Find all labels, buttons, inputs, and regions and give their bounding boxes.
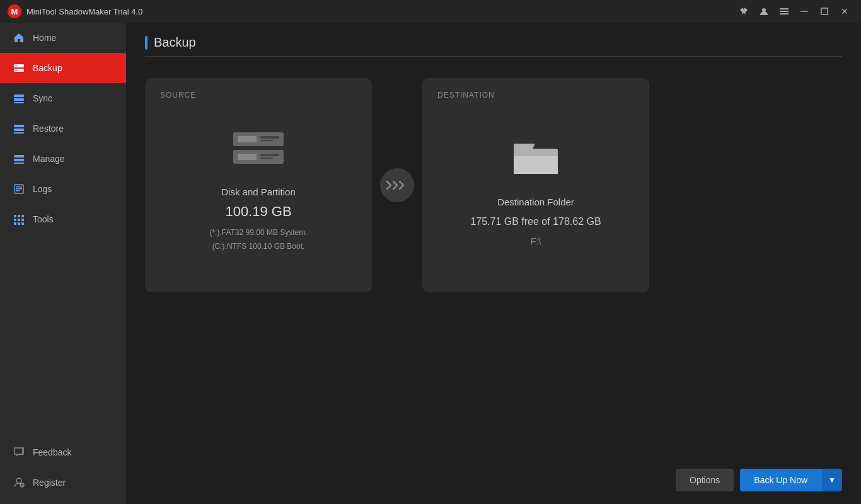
menu-button[interactable] <box>775 3 793 20</box>
source-card-wrapper: SOURCE <box>145 78 372 292</box>
svg-rect-14 <box>14 125 24 127</box>
title-accent <box>145 36 147 50</box>
maximize-button[interactable] <box>816 3 833 20</box>
svg-rect-43 <box>514 156 558 174</box>
restore-icon <box>13 122 25 135</box>
dropdown-arrow-icon: ▼ <box>828 476 836 484</box>
minimize-button[interactable]: ─ <box>795 3 813 20</box>
content-area: Backup SOURCE <box>126 23 861 504</box>
destination-drive: F:\ <box>531 236 541 246</box>
sidebar-label-home: Home <box>33 33 56 43</box>
sidebar-item-feedback[interactable]: Feedback <box>0 437 126 467</box>
sync-icon <box>13 92 25 105</box>
svg-rect-30 <box>14 222 16 225</box>
svg-rect-9 <box>15 66 17 66</box>
backup-now-button[interactable]: Back Up Now <box>740 469 821 491</box>
svg-rect-15 <box>14 129 24 131</box>
svg-rect-25 <box>18 215 20 217</box>
sidebar-label-feedback: Feedback <box>33 447 71 457</box>
close-button[interactable]: ✕ <box>836 3 853 20</box>
backup-icon <box>13 62 25 74</box>
svg-rect-40 <box>260 154 279 156</box>
svg-rect-22 <box>16 188 22 190</box>
options-button[interactable]: Options <box>676 469 734 491</box>
svg-rect-11 <box>14 94 24 97</box>
destination-section-label: DESTINATION <box>437 91 495 100</box>
svg-rect-36 <box>260 136 279 139</box>
source-card[interactable]: Disk and Partition 100.19 GB (*:).FAT32 … <box>145 78 372 292</box>
svg-rect-5 <box>780 13 789 14</box>
sidebar-label-restore: Restore <box>33 123 64 134</box>
arrow-circle-icon <box>380 168 414 202</box>
sidebar: Home Backup Sync <box>0 23 126 504</box>
sidebar-label-logs: Logs <box>33 184 52 194</box>
svg-rect-39 <box>238 154 257 160</box>
source-type: Disk and Partition <box>221 186 296 197</box>
svg-rect-19 <box>14 163 24 164</box>
sidebar-item-manage[interactable]: Manage <box>0 144 126 174</box>
backup-cards-row: SOURCE <box>145 78 842 292</box>
app-logo: M <box>8 4 21 18</box>
home-icon <box>13 32 25 44</box>
svg-rect-35 <box>238 136 257 142</box>
user-button[interactable] <box>755 3 773 20</box>
svg-rect-3 <box>780 8 789 9</box>
sidebar-label-tools: Tools <box>33 214 54 224</box>
svg-rect-32 <box>21 222 24 225</box>
app-title: MiniTool ShadowMaker Trial 4.0 <box>26 7 735 16</box>
register-icon <box>13 476 25 489</box>
sidebar-item-sync[interactable]: Sync <box>0 83 126 113</box>
svg-rect-29 <box>21 219 24 221</box>
svg-rect-28 <box>18 219 20 221</box>
sidebar-label-manage: Manage <box>33 154 65 164</box>
page-title-bar: Backup <box>145 35 842 57</box>
svg-rect-17 <box>14 155 24 158</box>
destination-free: 175.71 GB free of 178.62 GB <box>470 216 601 227</box>
svg-rect-13 <box>14 102 24 103</box>
destination-card[interactable]: Destination Folder 175.71 GB free of 178… <box>422 78 649 292</box>
svg-text:M: M <box>11 7 18 16</box>
sidebar-label-sync: Sync <box>33 93 52 103</box>
svg-rect-23 <box>16 190 20 192</box>
tools-icon <box>13 213 25 226</box>
page-title: Backup <box>154 35 196 50</box>
logs-icon <box>13 183 25 195</box>
svg-rect-16 <box>14 132 24 134</box>
sidebar-item-restore[interactable]: Restore <box>0 113 126 144</box>
source-section-label: SOURCE <box>160 91 196 100</box>
svg-rect-6 <box>821 8 828 14</box>
svg-rect-10 <box>15 70 17 71</box>
source-size: 100.19 GB <box>225 203 291 220</box>
manage-icon <box>13 152 25 165</box>
destination-type: Destination Folder <box>497 197 574 207</box>
sidebar-item-tools[interactable]: Tools <box>0 204 126 234</box>
folder-icon <box>511 137 560 179</box>
sidebar-item-register[interactable]: Register <box>0 467 126 498</box>
sidebar-item-backup[interactable]: Backup <box>0 53 126 83</box>
destination-card-inner: Destination Folder 175.71 GB free of 178… <box>435 137 637 246</box>
sidebar-item-home[interactable]: Home <box>0 23 126 53</box>
backup-now-dropdown-button[interactable]: ▼ <box>821 469 842 491</box>
sidebar-label-register: Register <box>33 478 66 488</box>
svg-rect-26 <box>21 215 24 217</box>
svg-rect-31 <box>18 222 20 225</box>
feedback-icon <box>13 446 25 459</box>
source-details: (*:).FAT32 99.00 MB System. (C:).NTFS 10… <box>209 226 307 253</box>
svg-rect-18 <box>14 159 24 161</box>
pin-button[interactable] <box>735 3 753 20</box>
source-card-inner: Disk and Partition 100.19 GB (*:).FAT32 … <box>158 130 359 253</box>
destination-card-wrapper: DESTINATION <box>422 78 649 292</box>
bottom-actions: Options Back Up Now ▼ <box>676 469 842 491</box>
titlebar: M MiniTool ShadowMaker Trial 4.0 ─ <box>0 0 861 23</box>
svg-rect-37 <box>260 140 273 141</box>
svg-rect-4 <box>780 11 789 12</box>
svg-rect-12 <box>14 98 24 101</box>
backup-now-group: Back Up Now ▼ <box>740 469 842 491</box>
svg-rect-27 <box>14 219 16 221</box>
sidebar-item-logs[interactable]: Logs <box>0 174 126 204</box>
arrow-connector <box>372 168 422 202</box>
svg-rect-21 <box>16 186 22 188</box>
svg-rect-24 <box>14 215 16 217</box>
sidebar-label-backup: Backup <box>33 63 62 73</box>
main-layout: Home Backup Sync <box>0 23 861 504</box>
